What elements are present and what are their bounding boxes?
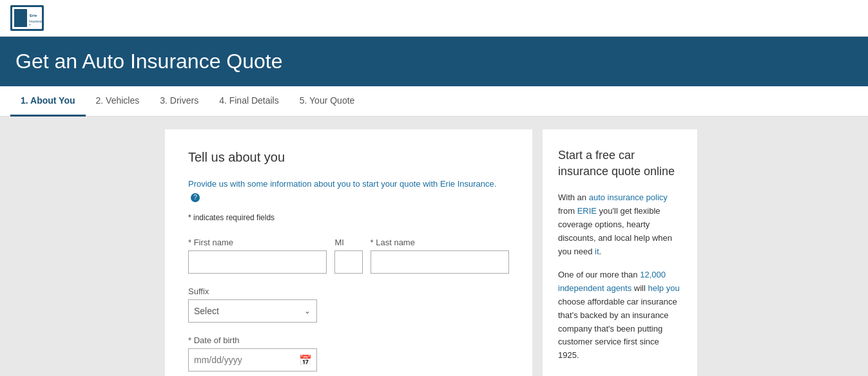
tab-vehicles[interactable]: 2. Vehicles <box>86 86 150 117</box>
svg-text:®: ® <box>29 23 31 26</box>
tab-navigation: 1. About You 2. Vehicles 3. Drivers 4. F… <box>0 86 868 117</box>
logo-bar: Erie Insurance ® <box>0 0 868 37</box>
tab-your-quote[interactable]: 5. Your Quote <box>289 86 365 117</box>
suffix-select-wrapper: Select Jr. Sr. II III IV ⌄ <box>188 299 317 323</box>
first-name-input[interactable] <box>188 250 327 274</box>
sidebar-paragraph-2: One of our more than 12,000 independent … <box>558 268 682 362</box>
svg-text:Insurance: Insurance <box>29 19 43 23</box>
tab-drivers[interactable]: 3. Drivers <box>149 86 209 117</box>
last-name-input[interactable] <box>371 250 509 274</box>
required-note: * indicates required fields <box>188 213 509 222</box>
tab-final-details[interactable]: 4. Final Details <box>209 86 289 117</box>
auto-insurance-policy-link[interactable]: auto insurance policy <box>589 193 668 202</box>
dob-input[interactable] <box>188 348 317 371</box>
sidebar-card: Start a free car insurance quote online … <box>543 129 697 376</box>
help-you-link[interactable]: help you <box>648 283 680 293</box>
sidebar-title: Start a free car insurance quote online <box>558 147 682 180</box>
form-description-text: Provide us with some information about y… <box>188 179 496 189</box>
first-name-label: * First name <box>188 238 327 247</box>
form-title: Tell us about you <box>188 150 509 165</box>
info-icon[interactable]: ? <box>191 193 200 202</box>
mi-label: MI <box>334 238 362 247</box>
form-description: Provide us with some information about y… <box>188 178 509 203</box>
suffix-select[interactable]: Select Jr. Sr. II III IV <box>188 299 317 323</box>
erie-link-1[interactable]: ERIE <box>577 206 597 216</box>
dob-label: * Date of birth <box>188 335 317 345</box>
left-spacer <box>13 129 155 376</box>
sidebar-paragraph-1: With an auto insurance policy from ERIE … <box>558 191 682 258</box>
it-link[interactable]: it <box>595 247 599 256</box>
svg-text:Erie: Erie <box>30 14 37 17</box>
form-card: Tell us about you Provide us with some i… <box>165 129 532 376</box>
hero-banner: Get an Auto Insurance Quote <box>0 37 868 86</box>
main-content: Tell us about you Provide us with some i… <box>0 117 773 376</box>
first-name-group: * First name <box>188 238 327 274</box>
dob-group: * Date of birth 📅 <box>188 335 317 371</box>
last-name-group: * Last name <box>371 238 509 274</box>
name-row: * First name MI * Last name <box>188 238 509 274</box>
erie-insurance-logo: Erie Insurance ® <box>10 5 44 31</box>
last-name-label: * Last name <box>371 238 509 247</box>
page-title: Get an Auto Insurance Quote <box>15 50 853 73</box>
suffix-label: Suffix <box>188 287 317 296</box>
mi-group: MI <box>334 238 362 274</box>
dob-input-wrapper: 📅 <box>188 348 317 371</box>
suffix-group: Suffix Select Jr. Sr. II III IV ⌄ <box>188 287 317 323</box>
tab-about-you[interactable]: 1. About You <box>10 86 86 117</box>
mi-input[interactable] <box>334 250 362 274</box>
